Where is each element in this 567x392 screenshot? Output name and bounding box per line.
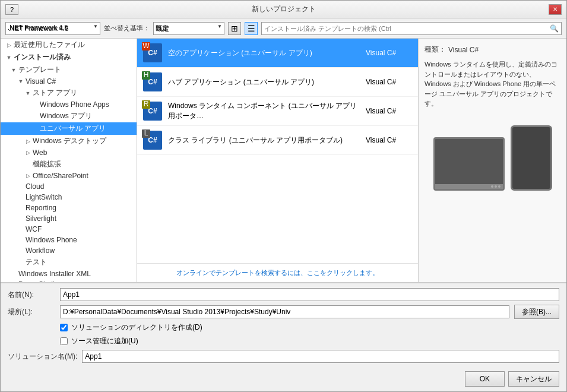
bottom-form: 名前(N): 場所(L): 参照(B)... ソリューションのディレクトリを作成…: [1, 282, 566, 368]
sort-select-wrap[interactable]: 既定 既定: [153, 22, 224, 35]
search-input[interactable]: [264, 25, 547, 32]
sidebar-label-windows-apps: Windows アプリ: [40, 111, 92, 121]
sidebar-item-installed[interactable]: ▼ インストール済み: [1, 51, 137, 64]
svg-text:H: H: [144, 71, 149, 79]
close-button[interactable]: ✕: [549, 4, 562, 15]
sidebar-label-installed: インストール済み: [14, 52, 71, 62]
online-link-area: オンラインでテンプレートを検索するには、ここをクリックします。: [137, 263, 418, 282]
sidebar-item-workflow[interactable]: Workflow: [1, 245, 137, 256]
expand-icon: ▷: [5, 42, 12, 49]
expand-icon-cloud: [17, 183, 24, 190]
toolbar: .NET Framework 4.5 .NET Framework 4.5 並べ…: [1, 18, 566, 39]
expand-icon-rep: [17, 204, 24, 211]
sidebar-item-wcf[interactable]: WCF: [1, 224, 137, 235]
sidebar-item-windows-desktop[interactable]: ▷ Windows デスクトップ: [1, 135, 137, 147]
expand-icon-store-apps: ▼: [24, 90, 31, 97]
project-icon-2: C# R: [142, 100, 163, 122]
sidebar-item-store-apps[interactable]: ▼ ストア アプリ: [1, 87, 137, 99]
expand-icon-ls: [17, 194, 24, 201]
sidebar-label-wcf: WCF: [26, 225, 42, 233]
search-box[interactable]: 🔍: [261, 22, 562, 35]
project-list: C# W 空のアプリケーション (ユニバーサル アプリ) Visual C# C…: [137, 39, 418, 263]
sort-select[interactable]: 既定: [153, 22, 224, 35]
preview-dot-3: [498, 185, 501, 188]
sidebar-item-windows-phone[interactable]: Windows Phone: [1, 235, 137, 245]
name-label: 名前(N):: [8, 290, 55, 300]
framework-select-wrap[interactable]: .NET Framework 4.5 .NET Framework 4.5: [5, 22, 100, 35]
sidebar-label-lightswitch: LightSwitch: [26, 193, 62, 201]
sidebar-item-windows-phone-apps[interactable]: Windows Phone Apps: [1, 99, 137, 110]
grid-view-button[interactable]: ⊞: [228, 22, 241, 35]
list-view-button[interactable]: ☰: [245, 22, 258, 35]
project-icon-1: C# H: [142, 71, 163, 93]
project-item-1[interactable]: C# H ハブ アプリケーション (ユニバーサル アプリ) Visual C#: [137, 68, 418, 97]
sidebar-item-test[interactable]: テスト: [1, 256, 137, 268]
sidebar-item-reporting[interactable]: Reporting: [1, 203, 137, 213]
project-name-0: 空のアプリケーション (ユニバーサル アプリ): [168, 48, 361, 58]
sidebar-item-recent[interactable]: ▷ 最近使用したファイル: [1, 39, 137, 51]
online-link[interactable]: オンラインでテンプレートを検索するには、ここをクリックします。: [176, 269, 379, 276]
sidebar-item-extensions[interactable]: 機能拡張: [1, 158, 137, 170]
sidebar-item-universal-apps[interactable]: ユニバーサル アプリ: [1, 122, 137, 135]
sidebar-item-windows-installer[interactable]: Windows Installer XML: [1, 268, 137, 279]
location-input[interactable]: [60, 305, 509, 318]
sidebar-item-templates[interactable]: ▼ テンプレート: [1, 64, 137, 76]
project-lang-2: Visual C#: [366, 107, 413, 115]
checkboxes-area: ソリューションのディレクトリを作成(D): [60, 323, 559, 333]
sidebar-item-web[interactable]: ▷ Web: [1, 147, 137, 158]
expand-icon-wf: [17, 247, 24, 254]
expand-icon-wd: ▷: [24, 138, 31, 145]
cancel-button[interactable]: キャンセル: [508, 371, 559, 387]
form-row-solution: ソリューション名(M):: [8, 350, 559, 363]
sidebar-item-cloud[interactable]: Cloud: [1, 181, 137, 192]
expand-icon-test: [17, 259, 24, 266]
project-item-2[interactable]: C# R Windows ランタイム コンポーネント (ユニバーサル アプリ用ポ…: [137, 97, 418, 126]
browse-button[interactable]: 参照(B)...: [514, 305, 559, 319]
ok-button[interactable]: OK: [465, 371, 505, 387]
framework-select[interactable]: .NET Framework 4.5: [5, 22, 100, 35]
sidebar-item-windows-apps[interactable]: Windows アプリ: [1, 110, 137, 122]
sidebar-label-reporting: Reporting: [26, 204, 56, 212]
bottom-buttons: OK キャンセル: [1, 368, 566, 391]
content-area: ▷ 最近使用したファイル ▼ インストール済み ▼ テンプレート ▼ Visua…: [1, 39, 566, 282]
project-item-0[interactable]: C# W 空のアプリケーション (ユニバーサル アプリ) Visual C#: [137, 39, 418, 68]
help-button[interactable]: ?: [5, 4, 18, 15]
dialog-title: 新しいプロジェクト: [18, 4, 549, 14]
solution-input[interactable]: [82, 350, 559, 363]
expand-icon-wa: [31, 113, 39, 120]
search-icon: 🔍: [550, 24, 559, 33]
sidebar: ▷ 最近使用したファイル ▼ インストール済み ▼ テンプレート ▼ Visua…: [1, 39, 137, 282]
checkbox-solution-dir[interactable]: [60, 324, 68, 331]
sidebar-label-visual-c: Visual C#: [26, 77, 56, 86]
sidebar-label-cloud: Cloud: [26, 182, 44, 191]
checkbox-label-solution-dir: ソリューションのディレクトリを作成(D): [71, 323, 202, 333]
sidebar-item-silverlight[interactable]: Silverlight: [1, 213, 137, 224]
sidebar-label-windows-desktop: Windows デスクトップ: [33, 136, 106, 146]
name-input[interactable]: [60, 288, 559, 301]
title-bar: ? 新しいプロジェクト ✕: [1, 1, 566, 18]
expand-icon-os: ▷: [24, 172, 31, 179]
sidebar-item-lightswitch[interactable]: LightSwitch: [1, 192, 137, 203]
title-bar-buttons: ✕: [549, 4, 562, 15]
checkbox-source-control[interactable]: [60, 337, 68, 345]
sidebar-item-office-sharepoint[interactable]: ▷ Office/SharePoint: [1, 170, 137, 181]
expand-icon-sl: [17, 215, 24, 222]
expand-icon-wpa: [31, 101, 39, 108]
expand-icon-visual-c: ▼: [17, 78, 24, 85]
project-name-3: クラス ライブラリ (ユニバーサル アプリ用ポータブル): [168, 135, 361, 146]
dialog: ? 新しいプロジェクト ✕ .NET Framework 4.5 .NET Fr…: [0, 0, 567, 392]
preview-area: [425, 113, 560, 203]
sidebar-label-extensions: 機能拡張: [33, 159, 61, 169]
right-panel: 種類： Visual C# Windows ランタイムを使用し、定義済みのコント…: [418, 39, 566, 282]
sidebar-label-recent: 最近使用したファイル: [14, 40, 85, 50]
expand-icon-templates: ▼: [10, 67, 17, 74]
project-name-2: Windows ランタイム コンポーネント (ユニバーサル アプリ用ポータ…: [168, 101, 361, 121]
sidebar-label-templates: テンプレート: [18, 65, 61, 75]
expand-icon-wcf: [17, 226, 24, 233]
checkboxes-area-2: ソース管理に追加(U): [60, 336, 559, 346]
sidebar-item-visual-c[interactable]: ▼ Visual C#: [1, 76, 137, 87]
right-panel-type-value: Visual C#: [448, 46, 479, 54]
project-item-3[interactable]: C# L クラス ライブラリ (ユニバーサル アプリ用ポータブル) Visual…: [137, 126, 418, 155]
sidebar-label-store-apps: ストア アプリ: [33, 88, 77, 98]
form-row-name: 名前(N):: [8, 288, 559, 301]
